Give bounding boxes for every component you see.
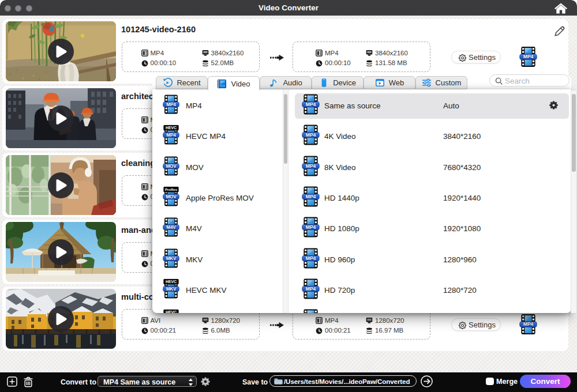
svg-text:MKV: MKV	[166, 255, 177, 261]
svg-text:HEVC: HEVC	[166, 126, 177, 130]
svg-text:MP4: MP4	[523, 321, 534, 327]
svg-text:MP4: MP4	[306, 163, 316, 168]
svg-text:MP4: MP4	[523, 54, 534, 59]
svg-text:MP4: MP4	[306, 101, 316, 107]
svg-text:MOV: MOV	[166, 163, 177, 168]
svg-text:MP4: MP4	[166, 101, 176, 107]
svg-text:MP4: MP4	[306, 255, 316, 261]
svg-text:MP4: MP4	[306, 224, 316, 230]
svg-text:MP4: MP4	[166, 133, 176, 138]
svg-text:MP4: MP4	[306, 132, 316, 138]
svg-text:M4V: M4V	[166, 225, 176, 230]
svg-text:MKV: MKV	[166, 287, 177, 292]
svg-text:ProRes: ProRes	[165, 188, 178, 191]
svg-text:HEVC: HEVC	[166, 280, 177, 284]
svg-text:MP4: MP4	[306, 286, 316, 292]
svg-text:MOV: MOV	[166, 194, 177, 199]
svg-text:HEVC: HEVC	[166, 310, 177, 313]
svg-text:MP4: MP4	[306, 194, 316, 199]
